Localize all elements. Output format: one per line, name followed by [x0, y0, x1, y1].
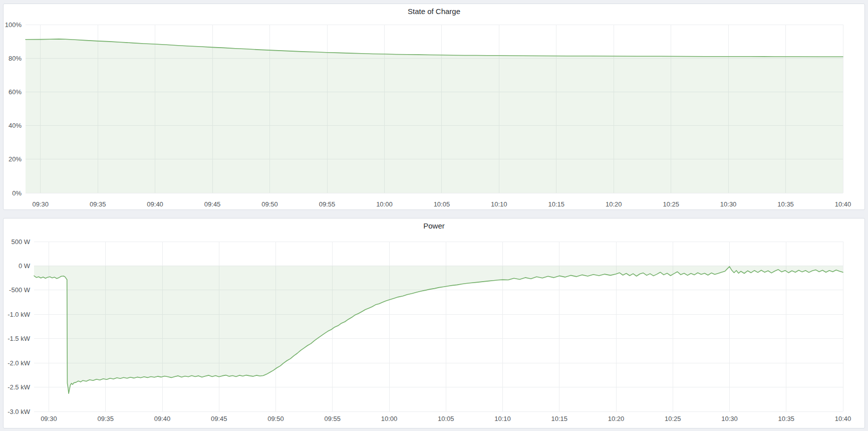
svg-text:10:35: 10:35: [778, 415, 794, 422]
svg-text:10:05: 10:05: [434, 200, 450, 208]
svg-text:0%: 0%: [12, 189, 22, 197]
svg-text:10:15: 10:15: [548, 200, 565, 208]
svg-text:09:55: 09:55: [319, 200, 336, 208]
panel-title-power[interactable]: Power: [4, 219, 864, 233]
svg-text:10:35: 10:35: [777, 200, 794, 208]
svg-text:20%: 20%: [9, 155, 22, 163]
svg-text:10:20: 10:20: [608, 415, 625, 422]
soc-chart[interactable]: 100%80%60%40%20%0%09:3009:3509:4009:4509…: [4, 18, 863, 209]
panel-power: Power 500 W0 W-500 W-1.0 kW-1.5 kW-2.0 k…: [3, 218, 865, 428]
panel-state-of-charge: State of Charge 100%80%60%40%20%0%09:300…: [3, 4, 865, 210]
dashboard: State of Charge 100%80%60%40%20%0%09:300…: [0, 0, 868, 428]
panel-title-state-of-charge[interactable]: State of Charge: [4, 4, 864, 18]
svg-text:10:30: 10:30: [720, 200, 737, 208]
svg-text:09:30: 09:30: [41, 415, 57, 422]
svg-text:10:10: 10:10: [494, 415, 511, 422]
svg-text:-2.5 kW: -2.5 kW: [8, 383, 31, 391]
svg-text:60%: 60%: [9, 88, 22, 96]
svg-text:10:25: 10:25: [665, 415, 681, 422]
svg-text:100%: 100%: [5, 21, 22, 29]
svg-text:09:35: 09:35: [97, 415, 114, 422]
svg-text:10:00: 10:00: [381, 415, 398, 422]
svg-text:09:50: 09:50: [261, 200, 278, 208]
svg-text:10:20: 10:20: [606, 200, 622, 208]
svg-text:500 W: 500 W: [11, 238, 30, 246]
svg-text:10:10: 10:10: [491, 200, 507, 208]
svg-text:-2.0 kW: -2.0 kW: [8, 359, 31, 367]
svg-text:09:45: 09:45: [211, 415, 227, 422]
svg-text:10:25: 10:25: [663, 200, 679, 208]
svg-text:10:00: 10:00: [376, 200, 393, 208]
svg-text:09:50: 09:50: [267, 415, 284, 422]
svg-text:-1.0 kW: -1.0 kW: [8, 311, 31, 318]
svg-text:10:15: 10:15: [551, 415, 567, 422]
power-chart[interactable]: 500 W0 W-500 W-1.0 kW-1.5 kW-2.0 kW-2.5 …: [4, 233, 863, 428]
svg-text:-500 W: -500 W: [9, 286, 31, 294]
svg-text:09:30: 09:30: [33, 200, 49, 208]
svg-text:09:35: 09:35: [90, 200, 106, 208]
svg-text:-3.0 kW: -3.0 kW: [8, 408, 31, 415]
svg-text:10:40: 10:40: [835, 415, 851, 422]
svg-text:10:30: 10:30: [721, 415, 738, 422]
svg-text:0 W: 0 W: [19, 262, 31, 270]
svg-text:10:40: 10:40: [835, 200, 851, 208]
svg-text:10:05: 10:05: [438, 415, 454, 422]
svg-text:09:40: 09:40: [147, 200, 163, 208]
svg-text:09:55: 09:55: [324, 415, 341, 422]
svg-text:80%: 80%: [9, 55, 22, 62]
svg-text:09:40: 09:40: [154, 415, 171, 422]
svg-text:-1.5 kW: -1.5 kW: [8, 335, 31, 342]
svg-text:40%: 40%: [9, 122, 22, 129]
svg-text:09:45: 09:45: [204, 200, 221, 208]
